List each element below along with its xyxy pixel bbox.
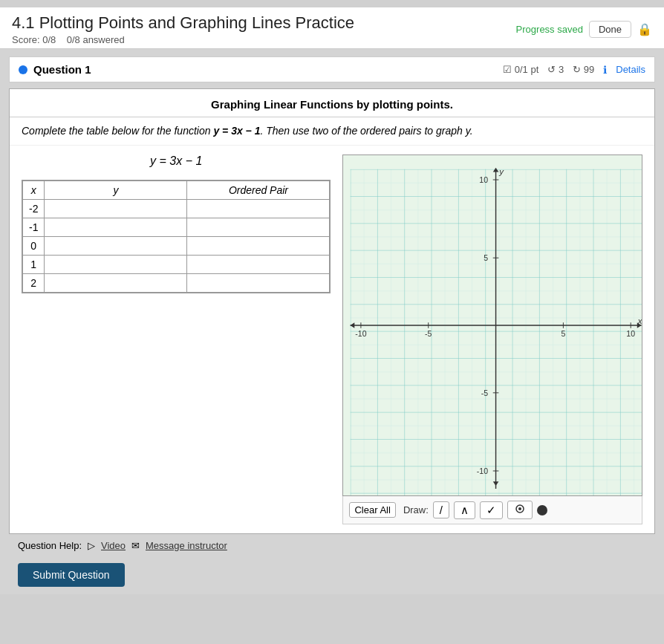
card-body: y = 3x − 1 x y Ordered Pair bbox=[10, 146, 654, 533]
y-value-cell[interactable] bbox=[45, 274, 187, 293]
check-tool[interactable]: ✓ bbox=[480, 501, 503, 519]
svg-text:5: 5 bbox=[484, 253, 489, 262]
submit-question-button[interactable]: Submit Question bbox=[18, 563, 125, 587]
equation-label: y = 3x − 1 bbox=[22, 155, 331, 168]
x-value-cell: -1 bbox=[23, 218, 45, 237]
ordered-pair-input[interactable] bbox=[193, 240, 323, 252]
svg-text:10: 10 bbox=[627, 329, 636, 338]
function-table: x y Ordered Pair -2-1012 bbox=[22, 180, 331, 293]
table-row: 2 bbox=[23, 274, 330, 293]
y-input[interactable] bbox=[51, 258, 180, 270]
svg-text:-10: -10 bbox=[356, 329, 367, 338]
col-header-x: x bbox=[23, 181, 45, 200]
col-header-y: y bbox=[45, 181, 187, 200]
done-button[interactable]: Done bbox=[589, 21, 631, 38]
bottom-bar: Question Help: ▷ Video ✉ Message instruc… bbox=[9, 534, 655, 557]
curve-tool[interactable]: ∧ bbox=[454, 501, 475, 519]
ordered-pair-cell[interactable] bbox=[187, 274, 330, 293]
page-title: 4.1 Plotting Points and Graphing Lines P… bbox=[12, 13, 354, 33]
video-icon: ▷ bbox=[88, 540, 95, 551]
y-value-cell[interactable] bbox=[45, 218, 187, 237]
table-row: 1 bbox=[23, 256, 330, 274]
svg-text:-5: -5 bbox=[481, 388, 488, 397]
question-attempts: ↻ 99 bbox=[573, 64, 594, 75]
x-value-cell: -2 bbox=[23, 200, 45, 218]
y-input[interactable] bbox=[51, 277, 180, 289]
card-instructions: Complete the table below for the functio… bbox=[10, 117, 654, 146]
header-right: Progress saved Done 🔒 bbox=[516, 21, 652, 38]
col-header-pair: Ordered Pair bbox=[187, 181, 330, 200]
x-value-cell: 0 bbox=[23, 237, 45, 256]
ordered-pair-cell[interactable] bbox=[187, 200, 330, 218]
ordered-pair-cell[interactable] bbox=[187, 256, 330, 274]
header: 4.1 Plotting Points and Graphing Lines P… bbox=[0, 7, 664, 49]
video-link[interactable]: Video bbox=[101, 540, 126, 551]
left-panel: y = 3x − 1 x y Ordered Pair bbox=[22, 155, 331, 524]
table-row: -1 bbox=[23, 218, 330, 237]
x-value-cell: 2 bbox=[23, 274, 45, 293]
ordered-pair-cell[interactable] bbox=[187, 218, 330, 237]
right-panel: -10 -5 5 10 bbox=[342, 155, 642, 524]
clear-all-button[interactable]: Clear All bbox=[349, 502, 395, 518]
details-link[interactable]: Details bbox=[616, 64, 645, 75]
draw-label: Draw: bbox=[403, 504, 429, 515]
ordered-pair-input[interactable] bbox=[193, 258, 323, 270]
header-left: 4.1 Plotting Points and Graphing Lines P… bbox=[12, 13, 354, 45]
score: Score: 0/8 bbox=[12, 34, 56, 45]
question-meta: ☑ 0/1 pt ↺ 3 ↻ 99 ℹ Details bbox=[503, 64, 645, 76]
main-card: Graphing Linear Functions by plotting po… bbox=[9, 88, 655, 534]
question-title: Question 1 bbox=[33, 63, 91, 76]
info-icon: ℹ bbox=[603, 64, 607, 76]
svg-text:5: 5 bbox=[562, 329, 566, 338]
ordered-pair-input[interactable] bbox=[193, 277, 323, 289]
svg-text:-10: -10 bbox=[477, 466, 488, 475]
table-row: -2 bbox=[23, 200, 330, 218]
y-value-cell[interactable] bbox=[45, 200, 187, 218]
y-value-cell[interactable] bbox=[45, 237, 187, 256]
svg-text:10: 10 bbox=[480, 175, 489, 184]
question-retries: ↺ 3 bbox=[547, 64, 564, 75]
mail-icon: ✉ bbox=[131, 540, 140, 551]
message-instructor-link[interactable]: Message instructor bbox=[146, 540, 227, 551]
dot-tool[interactable] bbox=[537, 505, 547, 515]
question-help-label: Question Help: bbox=[18, 540, 82, 551]
ordered-pair-cell[interactable] bbox=[187, 237, 330, 256]
question-label: Question 1 bbox=[19, 63, 91, 76]
draw-toolbar: Clear All Draw: / ∧ ✓ bbox=[342, 496, 642, 524]
answered: 0/8 answered bbox=[67, 34, 125, 45]
x-value-cell: 1 bbox=[23, 256, 45, 274]
table-row: 0 bbox=[23, 237, 330, 256]
question-dot bbox=[19, 65, 27, 74]
y-input[interactable] bbox=[51, 240, 180, 252]
y-input[interactable] bbox=[51, 221, 180, 233]
circle-tool[interactable] bbox=[507, 501, 533, 519]
svg-text:-5: -5 bbox=[426, 329, 432, 338]
ordered-pair-input[interactable] bbox=[193, 203, 323, 215]
ordered-pair-input[interactable] bbox=[193, 221, 323, 233]
progress-saved-label: Progress saved bbox=[516, 24, 583, 35]
y-value-cell[interactable] bbox=[45, 256, 187, 274]
y-input[interactable] bbox=[51, 203, 180, 215]
svg-point-28 bbox=[518, 507, 521, 510]
content-area: Question 1 ☑ 0/1 pt ↺ 3 ↻ 99 ℹ Details G… bbox=[0, 49, 664, 594]
card-title: Graphing Linear Functions by plotting po… bbox=[10, 89, 654, 117]
question-points: ☑ 0/1 pt bbox=[503, 64, 538, 75]
line-tool[interactable]: / bbox=[433, 501, 449, 518]
question-header: Question 1 ☑ 0/1 pt ↺ 3 ↻ 99 ℹ Details bbox=[9, 56, 655, 82]
lock-icon: 🔒 bbox=[637, 22, 652, 36]
score-line: Score: 0/8 0/8 answered bbox=[12, 34, 354, 45]
graph-area[interactable]: -10 -5 5 10 bbox=[342, 155, 642, 496]
